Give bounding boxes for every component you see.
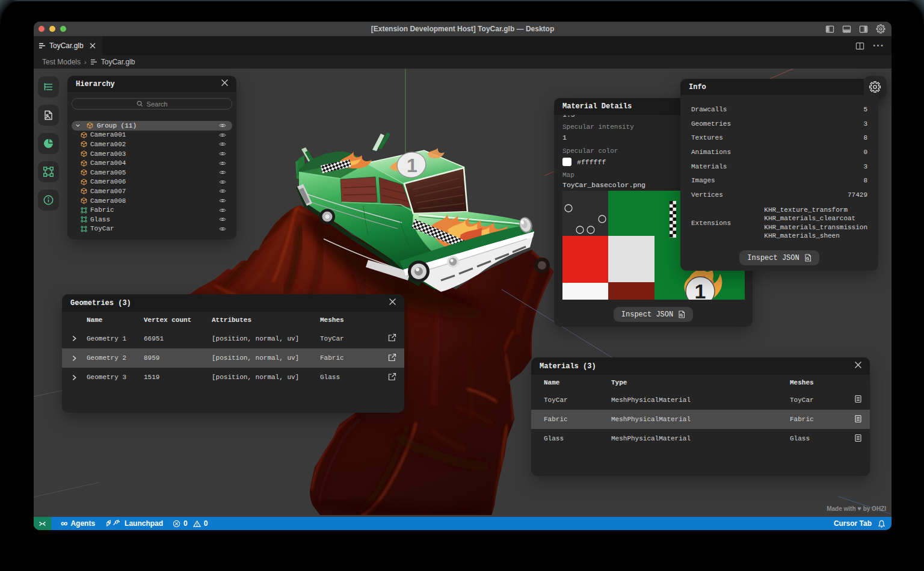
svg-text:1: 1 <box>407 155 417 176</box>
svg-text:1: 1 <box>695 280 706 300</box>
